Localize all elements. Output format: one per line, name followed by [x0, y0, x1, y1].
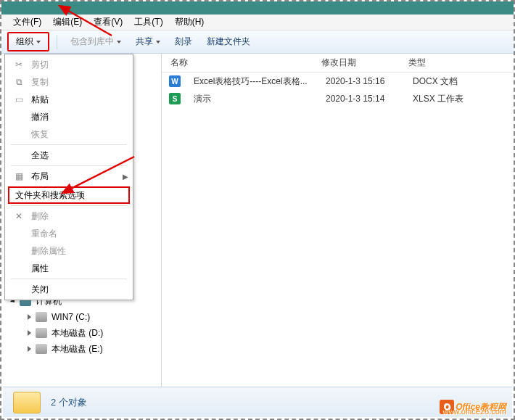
column-headers: 名称 修改日期 类型 [162, 54, 514, 73]
drive-icon [36, 328, 47, 338]
chevron-down-icon [156, 41, 160, 44]
menu-file[interactable]: 文件(F) [7, 16, 47, 28]
col-type-header[interactable]: 类型 [408, 57, 495, 69]
annotation-arrow [54, 3, 119, 39]
nav-pane: ✂剪切 ⧉复制 ▭粘贴 撤消 恢复 全选 ▦布局▶ 文件夹和搜索选项 ✕删除 重… [1, 54, 161, 387]
status-bar: 2 个对象 [3, 387, 512, 417]
menu-tools[interactable]: 工具(T) [128, 16, 168, 28]
col-date-header[interactable]: 修改日期 [321, 57, 408, 69]
nav-tree: 计算机 WIN7 (C:) 本地磁盘 (D:) 本地磁盘 (E:) [9, 293, 154, 357]
menu-rename[interactable]: 重命名 [7, 225, 131, 242]
layout-icon: ▦ [12, 171, 25, 181]
svg-line-0 [59, 6, 112, 36]
separator [11, 279, 127, 279]
status-text: 2 个对象 [51, 396, 87, 409]
menu-remove-properties[interactable]: 删除属性 [7, 242, 131, 260]
drive-icon [36, 344, 47, 354]
folder-icon [13, 392, 41, 413]
expand-toggle-icon[interactable] [28, 314, 31, 320]
xlsx-file-icon: S [169, 93, 181, 104]
separator [11, 144, 127, 145]
menu-help[interactable]: 帮助(H) [169, 16, 210, 28]
tree-drive-d[interactable]: 本地磁盘 (D:) [9, 325, 154, 341]
menu-paste[interactable]: ▭粘贴 [7, 91, 131, 108]
new-folder-button[interactable]: 新建文件夹 [201, 36, 256, 48]
cut-icon: ✂ [12, 59, 25, 70]
svg-line-1 [62, 157, 134, 193]
menu-redo[interactable]: 恢复 [7, 125, 131, 143]
delete-icon: ✕ [12, 211, 25, 221]
content-area: ✂剪切 ⧉复制 ▭粘贴 撤消 恢复 全选 ▦布局▶ 文件夹和搜索选项 ✕删除 重… [1, 54, 514, 387]
col-name-header[interactable]: 名称 [162, 57, 321, 69]
menu-undo[interactable]: 撤消 [7, 108, 131, 125]
paste-icon: ▭ [12, 94, 25, 104]
menu-properties[interactable]: 属性 [7, 260, 131, 277]
chevron-down-icon [117, 41, 121, 44]
separator [11, 205, 127, 206]
copy-icon: ⧉ [12, 77, 25, 87]
share-button[interactable]: 共享 [130, 36, 166, 48]
chevron-down-icon [36, 41, 41, 44]
menu-delete[interactable]: ✕删除 [7, 207, 131, 225]
file-list: 名称 修改日期 类型 W Excel表格技巧----Excel表格... 202… [162, 54, 514, 387]
list-item[interactable]: W Excel表格技巧----Excel表格... 2020-1-3 15:16… [162, 73, 514, 90]
annotation-arrow [58, 155, 138, 199]
menu-close[interactable]: 关闭 [7, 281, 131, 298]
docx-file-icon: W [169, 75, 181, 87]
organize-label: 组织 [16, 36, 33, 48]
drive-icon [36, 312, 47, 322]
menu-cut[interactable]: ✂剪切 [7, 56, 131, 73]
list-item[interactable]: S 演示 2020-1-3 15:14 XLSX 工作表 [162, 90, 514, 107]
expand-toggle-icon[interactable] [28, 330, 31, 336]
expand-toggle-icon[interactable] [28, 346, 31, 352]
burn-button[interactable]: 刻录 [169, 36, 198, 48]
organize-button[interactable]: 组织 [7, 32, 49, 52]
tree-drive-e[interactable]: 本地磁盘 (E:) [9, 341, 154, 357]
tree-drive-c[interactable]: WIN7 (C:) [9, 309, 154, 325]
menu-copy[interactable]: ⧉复制 [7, 73, 131, 91]
watermark: O Office教程网 www.office26.com [440, 400, 506, 414]
